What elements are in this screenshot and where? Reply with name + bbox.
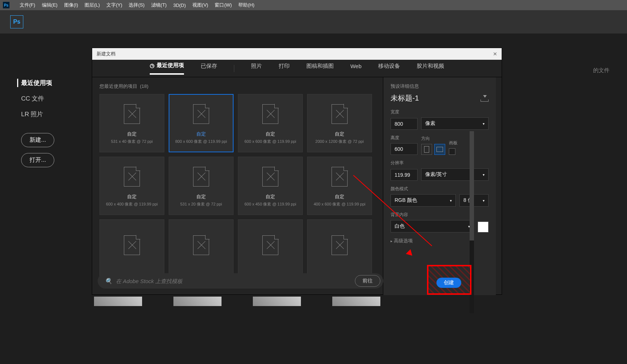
go-button[interactable]: 前往 [355,275,380,287]
preset-name: 自定 [266,131,275,137]
preset-name: 自定 [266,193,275,200]
document-icon [262,102,278,126]
preset-item[interactable] [238,219,303,278]
dialog-title-text: 新建文档 [97,51,115,57]
preset-name: 自定 [196,193,206,200]
background-select[interactable]: 白色▾ [391,220,474,232]
stock-search-bar: 🔍 前往 [98,273,383,289]
menu-file[interactable]: 文件(F) [20,2,35,8]
preset-dims: 400 x 600 像素 @ 119.99 ppi [314,201,365,207]
document-icon [124,102,140,126]
document-name[interactable]: 未标题-1 [391,93,419,103]
document-icon [124,165,140,188]
preset-item[interactable]: 自定 600 x 600 像素 @ 119.99 ppi [238,94,303,152]
preset-dims: 600 x 600 像素 @ 119.99 ppi [244,139,296,144]
menu-layer[interactable]: 图层(L) [85,2,100,8]
preset-item[interactable]: 自定 531 x 20 像素 @ 72 ppi [169,157,234,215]
app-icon: Ps [3,2,9,8]
clock-icon: ◷ [150,62,154,69]
preset-item[interactable] [99,219,164,278]
preset-item[interactable]: 自定 600 x 450 像素 @ 119.99 ppi [238,157,303,215]
open-button[interactable]: 打开... [21,153,54,167]
document-icon [262,234,278,257]
home-sidebar: 最近使用项 CC 文件 LR 照片 新建... 打开... [21,79,54,173]
search-icon: 🔍 [105,278,112,285]
create-button[interactable]: 创建 [436,278,461,288]
tab-photo[interactable]: 照片 [251,63,262,74]
orientation-label: 方向 [421,136,445,142]
menu-image[interactable]: 图像(I) [64,2,78,8]
menu-select[interactable]: 选择(S) [129,2,144,8]
scrollbar-thumb[interactable] [470,131,474,240]
menu-bar: Ps 文件(F) 编辑(E) 图像(I) 图层(L) 文字(Y) 选择(S) 滤… [0,0,627,10]
menu-filter[interactable]: 滤镜(T) [151,2,167,8]
tab-art[interactable]: 图稿和插图 [306,63,334,74]
preset-details-panel: 预设详细信息 未标题-1 宽度 像素▾ 高度 方向 [383,77,496,295]
bit-depth-select[interactable]: 8 位▾ [459,194,489,207]
preset-dims: 800 x 600 像素 @ 119.99 ppi [175,139,227,144]
tab-print[interactable]: 打印 [279,63,290,74]
sidebar-cc-files[interactable]: CC 文件 [21,94,54,103]
preset-name: 自定 [127,131,137,137]
preset-name: 自定 [196,131,206,137]
close-icon[interactable]: ✕ [493,51,497,57]
orientation-landscape[interactable] [434,144,445,155]
document-icon [262,165,278,188]
recent-header: 您最近使用的项目 (18) [99,83,376,90]
preset-item[interactable]: 自定 800 x 600 像素 @ 119.99 ppi [169,94,234,152]
document-icon [124,234,140,257]
preset-name: 自定 [335,131,344,137]
preset-name: 自定 [335,193,344,200]
resolution-unit-select[interactable]: 像素/英寸▾ [421,168,489,181]
preset-dims: 600 x 450 像素 @ 119.99 ppi [244,201,296,207]
preset-area: 您最近使用的项目 (18) 自定 531 x 40 像素 @ 72 ppi 自定… [92,77,383,295]
dialog-tabs: ◷ 最近使用项 已保存 照片 打印 图稿和插图 Web 移动设备 胶片和视频 [92,60,502,77]
new-button[interactable]: 新建... [21,133,54,147]
artboard-checkbox[interactable] [449,148,455,155]
preset-item[interactable]: 自定 531 x 40 像素 @ 72 ppi [99,94,164,152]
tab-web[interactable]: Web [350,63,362,74]
menu-window[interactable]: 窗口(W) [215,2,232,8]
resolution-input[interactable] [391,169,418,181]
preset-dims: 2000 x 1200 像素 @ 72 ppi [316,139,364,144]
tab-mobile[interactable]: 移动设备 [378,63,400,74]
tab-recent[interactable]: ◷ 最近使用项 [150,62,184,75]
document-icon [332,165,348,188]
menu-view[interactable]: 视图(V) [192,2,208,8]
width-label: 宽度 [391,109,489,115]
thumbnail[interactable] [94,297,142,306]
sidebar-lr-photos[interactable]: LR 照片 [21,110,54,118]
width-input[interactable] [391,118,418,130]
document-icon [332,102,348,126]
menu-type[interactable]: 文字(Y) [106,2,122,8]
preset-item[interactable] [307,219,372,278]
thumbnail[interactable] [253,297,301,306]
new-document-dialog: 新建文档 ✕ ◷ 最近使用项 已保存 照片 打印 图稿和插图 Web 移动设备 … [92,48,502,295]
thumbnail[interactable] [332,297,380,306]
thumbnail[interactable] [173,297,222,306]
menu-help[interactable]: 帮助(H) [238,2,254,8]
document-icon [332,234,348,257]
details-section-title: 预设详细信息 [391,83,489,90]
preset-item[interactable]: 自定 600 x 400 像素 @ 119.99 ppi [99,157,164,215]
tab-film[interactable]: 胶片和视频 [417,63,444,74]
preset-item[interactable]: 自定 2000 x 1200 像素 @ 72 ppi [307,94,372,152]
tab-saved[interactable]: 已保存 [201,63,217,74]
preset-item[interactable]: 自定 400 x 600 像素 @ 119.99 ppi [307,157,372,215]
width-unit-select[interactable]: 像素▾ [421,117,489,130]
document-icon [193,165,209,188]
save-preset-icon[interactable] [481,95,489,102]
menu-3d[interactable]: 3D(D) [173,3,186,8]
sidebar-recent[interactable]: 最近使用项 [17,79,54,87]
background-color-swatch[interactable] [478,222,489,232]
artboard-label: 画板 [449,140,458,146]
document-icon [193,234,209,257]
preset-item[interactable] [169,219,234,278]
orientation-portrait[interactable] [421,144,432,155]
menu-edit[interactable]: 编辑(E) [42,2,58,8]
height-input[interactable] [391,143,418,155]
color-mode-select[interactable]: RGB 颜色▾ [391,194,456,207]
tab-divider [234,65,234,72]
preset-dims: 531 x 20 像素 @ 72 ppi [180,201,222,207]
stock-search-input[interactable] [116,278,351,284]
